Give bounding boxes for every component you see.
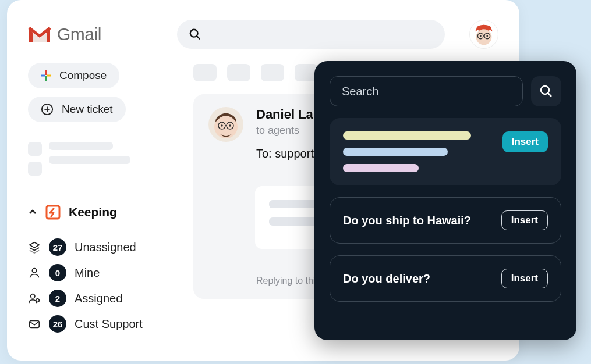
persons-icon [28,292,41,305]
svg-marker-18 [30,242,40,248]
nav-label: Assigned [75,292,122,305]
avatar-icon [208,107,243,142]
response-preview [343,131,493,172]
response-card-highlighted[interactable]: Insert [330,118,561,185]
response-title: Do you ship to Hawaii? [343,214,492,227]
panel-search-input[interactable]: Search [330,76,523,106]
person-icon [28,266,41,279]
svg-point-9 [486,35,488,37]
keeping-nav-list: 27 Unassigned 0 Mine 2 Assigned [28,238,174,333]
stack-icon [28,241,41,254]
insert-button[interactable]: Insert [502,131,548,152]
sidebar-placeholder [28,142,174,176]
count-badge: 26 [49,315,66,333]
user-avatar[interactable] [469,20,498,49]
search-icon [189,28,201,41]
svg-rect-22 [30,321,40,328]
count-badge: 2 [49,290,66,307]
svg-rect-10 [45,70,47,75]
nav-item-cust-support[interactable]: 26 Cust Support [28,315,174,333]
nav-item-mine[interactable]: 0 Mine [28,264,174,281]
top-bar: Gmail [28,20,498,49]
gmail-logo: Gmail [28,24,101,44]
svg-point-0 [190,30,198,37]
svg-point-19 [32,269,36,273]
svg-point-8 [480,35,482,37]
svg-rect-12 [41,75,45,77]
svg-point-28 [229,124,231,127]
keeping-section-header[interactable]: Keeping [28,205,174,220]
svg-point-21 [36,299,40,302]
svg-line-30 [548,93,551,97]
insert-button[interactable]: Insert [501,210,548,230]
compose-button[interactable]: Compose [28,63,119,88]
panel-search-button[interactable] [531,76,561,106]
keeping-title: Keeping [69,205,117,219]
insert-button[interactable]: Insert [501,269,548,288]
search-icon [539,84,553,98]
response-card[interactable]: Do you deliver? Insert [330,255,561,302]
app-name: Gmail [57,24,101,44]
search-bar[interactable] [177,20,445,49]
new-ticket-button[interactable]: New ticket [28,97,126,122]
sender-avatar [208,107,243,142]
nav-label: Mine [75,266,100,280]
svg-point-20 [31,294,35,298]
mail-icon [28,317,41,330]
response-title: Do you deliver? [343,272,492,286]
svg-rect-13 [47,75,51,77]
compose-label: Compose [59,69,107,82]
saved-responses-panel: Search Insert Do you ship to Hawaii? Ins… [314,61,576,340]
svg-point-27 [221,124,223,127]
avatar-icon [470,20,498,49]
count-badge: 27 [49,238,66,256]
keeping-icon [45,205,61,220]
gmail-icon [28,26,51,43]
nav-item-assigned[interactable]: 2 Assigned [28,290,174,307]
svg-point-29 [541,86,549,94]
sidebar: Compose New ticket Keeping [28,63,174,333]
response-card[interactable]: Do you ship to Hawaii? Insert [330,197,561,244]
nav-label: Cust Support [75,317,143,331]
panel-search-placeholder: Search [342,85,378,98]
new-ticket-label: New ticket [62,103,113,116]
count-badge: 0 [49,264,66,281]
svg-rect-11 [45,76,47,81]
chevron-up-icon [28,208,37,217]
svg-line-1 [197,36,200,40]
plus-multicolor-icon [41,70,51,81]
circle-plus-icon [41,103,54,116]
nav-item-unassigned[interactable]: 27 Unassigned [28,238,174,256]
nav-label: Unassigned [75,241,136,254]
